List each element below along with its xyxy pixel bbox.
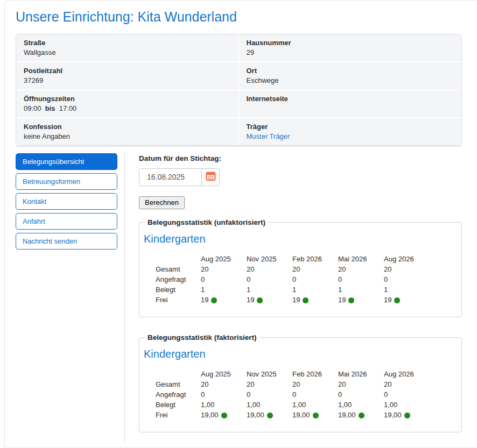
stat-value: 19,00 xyxy=(292,411,310,419)
label-hausnummer: Hausnummer xyxy=(247,39,454,47)
page-title: Unsere Einrichtung: Kita Wunderland xyxy=(16,9,462,25)
stats-legend-unfaktorisiert: Belegungsstatistik (unfaktorisiert) xyxy=(145,218,268,226)
label-postleitzahl: Postleitzahl xyxy=(24,67,230,75)
status-dot-green xyxy=(267,413,273,418)
sidebar-item-nachricht-senden[interactable]: Nachricht senden xyxy=(16,233,117,250)
stat-value: 20 xyxy=(201,379,247,389)
calendar-picker-button[interactable] xyxy=(201,169,219,186)
stat-value-with-dot: 19 xyxy=(201,295,247,305)
opening-from: 09:00 xyxy=(24,104,41,112)
col-header: Aug 2026 xyxy=(384,369,430,379)
stichtag-date-input[interactable] xyxy=(139,169,201,186)
cell-hausnummer: Hausnummer 29 xyxy=(239,34,462,61)
stat-value: 1,00 xyxy=(201,400,247,410)
sidebar-item-anfahrt[interactable]: Anfahrt xyxy=(16,213,117,230)
stat-value: 0 xyxy=(201,274,247,285)
stats-row-angefragt: Angefragt 0 0 0 0 0 xyxy=(156,389,430,400)
stat-value: 19 xyxy=(292,296,300,304)
label-ort: Ort xyxy=(247,67,454,75)
stat-value: 19,00 xyxy=(338,411,356,419)
row-label: Angefragt xyxy=(156,389,201,400)
label-konfession: Konfession xyxy=(24,123,230,131)
stat-value: 1,00 xyxy=(338,400,384,410)
col-header: Aug 2025 xyxy=(201,369,247,379)
stats-row-frei: Frei 19,00 19,00 19,00 19,00 19,00 xyxy=(156,410,430,420)
stat-value-with-dot: 19 xyxy=(247,295,292,305)
opening-to: 17:00 xyxy=(59,104,77,112)
row-label: Belegt xyxy=(156,400,201,410)
value-strasse: Wallgasse xyxy=(24,48,230,56)
col-header: Mai 2026 xyxy=(338,369,384,379)
stats-table-unfaktorisiert: Aug 2025 Nov 2025 Feb 2026 Mai 2026 Aug … xyxy=(156,254,430,305)
stat-value: 19 xyxy=(384,296,391,304)
stat-value: 20 xyxy=(247,264,292,274)
col-header: Aug 2026 xyxy=(384,254,430,264)
stat-value: 0 xyxy=(384,389,430,400)
value-oeffnungszeiten: 09:00 bis 17:00 xyxy=(24,104,230,112)
stat-value: 1 xyxy=(201,285,247,295)
stats-box-faktorisiert: Belegungsstatistik (faktorisiert) Kinder… xyxy=(139,333,462,432)
row-label: Angefragt xyxy=(156,274,201,285)
stat-value: 20 xyxy=(201,264,247,274)
value-postleitzahl: 37269 xyxy=(24,76,230,84)
col-header: Feb 2026 xyxy=(292,369,338,379)
stat-value: 1 xyxy=(247,285,292,295)
stat-value-with-dot: 19,00 xyxy=(247,410,292,420)
cell-traeger: Träger Muster Träger xyxy=(239,118,462,145)
stat-value: 1,00 xyxy=(247,400,292,410)
stats-box-unfaktorisiert: Belegungsstatistik (unfaktorisiert) Kind… xyxy=(139,218,462,317)
stat-value: 1,00 xyxy=(292,400,338,410)
value-traeger: Muster Träger xyxy=(247,132,454,140)
stat-value: 0 xyxy=(292,389,338,400)
stat-value: 20 xyxy=(338,264,384,274)
stat-value: 0 xyxy=(247,274,292,285)
stat-value-with-dot: 19,00 xyxy=(338,410,384,420)
stat-value: 20 xyxy=(384,264,430,274)
divider-section xyxy=(16,146,462,147)
stat-value: 0 xyxy=(292,274,338,285)
stat-value-with-dot: 19,00 xyxy=(384,410,430,420)
stat-value: 0 xyxy=(247,389,292,400)
stat-value-with-dot: 19,00 xyxy=(292,410,338,420)
status-dot-green xyxy=(348,297,354,303)
sidebar-item-belegungsuebersicht[interactable]: Belegungsübersicht xyxy=(16,153,117,170)
stat-value: 1 xyxy=(292,285,338,295)
berechnen-button[interactable]: Berechnen xyxy=(139,196,185,209)
stat-value: 20 xyxy=(292,264,338,274)
status-dot-green xyxy=(404,413,410,418)
sidebar-item-kontakt[interactable]: Kontakt xyxy=(16,193,117,210)
sidebar-item-betreuungsformen[interactable]: Betreuungsformen xyxy=(16,173,117,190)
stat-value: 20 xyxy=(292,379,338,389)
col-header: Mai 2026 xyxy=(338,254,384,264)
row-label: Frei xyxy=(156,295,201,305)
label-oeffnungszeiten: Öffnungszeiten xyxy=(24,95,230,103)
col-header: Nov 2025 xyxy=(247,254,292,264)
stat-value-with-dot: 19,00 xyxy=(201,410,247,420)
status-dot-green xyxy=(211,297,217,303)
status-dot-green xyxy=(313,413,319,418)
stat-value: 19 xyxy=(338,296,346,304)
stats-row-gesamt: Gesamt 20 20 20 20 20 xyxy=(156,264,430,274)
info-row-street: Straße Wallgasse Hausnummer 29 xyxy=(16,34,461,62)
stat-value: 0 xyxy=(338,274,384,285)
page-container: Unsere Einrichtung: Kita Wunderland Stra… xyxy=(4,0,477,448)
row-label: Gesamt xyxy=(156,264,201,274)
cell-oeffnungszeiten: Öffnungszeiten 09:00 bis 17:00 xyxy=(16,90,239,117)
value-internetseite xyxy=(247,104,454,112)
value-ort: Eschwege xyxy=(247,76,454,84)
cell-strasse: Straße Wallgasse xyxy=(16,34,239,61)
stat-value: 1,00 xyxy=(384,400,430,410)
stat-value: 19,00 xyxy=(247,411,264,419)
cell-internetseite: Internetseite xyxy=(239,90,462,117)
info-row-oeffnung-web: Öffnungszeiten 09:00 bis 17:00 Internets… xyxy=(16,90,461,118)
calendar-icon xyxy=(206,171,216,183)
group-title-kindergarten: Kindergarten xyxy=(144,233,452,245)
col-header: Aug 2025 xyxy=(201,254,247,264)
traeger-link[interactable]: Muster Träger xyxy=(247,132,290,140)
stat-value: 0 xyxy=(338,389,384,400)
stats-row-angefragt: Angefragt 0 0 0 0 0 xyxy=(156,274,430,285)
status-dot-green xyxy=(303,297,308,303)
row-label: Belegt xyxy=(156,285,201,295)
stat-value: 19,00 xyxy=(384,411,402,419)
stat-value: 19,00 xyxy=(201,411,219,419)
